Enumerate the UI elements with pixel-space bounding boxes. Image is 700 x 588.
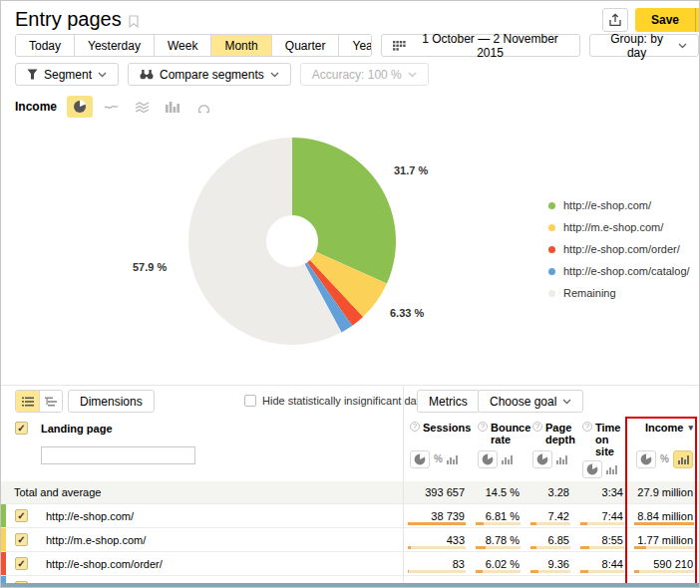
export-icon <box>608 13 622 27</box>
chart-type-group <box>67 96 216 118</box>
period-tab-quarter[interactable]: Quarter <box>271 35 339 56</box>
accuracy-button[interactable]: Accuracy: 100 % <box>300 63 429 86</box>
metric-label: Income <box>15 100 57 114</box>
period-tab-yesterday[interactable]: Yesterday <box>74 35 154 56</box>
help-icon[interactable]: ? <box>582 422 592 432</box>
cell-time-on-site: 7:44 <box>575 504 629 527</box>
cell-page-depth: 7.42 <box>525 504 575 527</box>
value-bar <box>634 522 694 525</box>
column-header-income: Income ▾ % <box>629 416 699 481</box>
hide-insignificant-control[interactable]: Hide statistically insignificant data ⚙ <box>244 394 444 408</box>
bookmark-icon[interactable] <box>129 12 139 28</box>
cell-income: 590 210 <box>629 552 699 575</box>
period-tab-today[interactable]: Today <box>16 35 74 56</box>
slice-label: 6.33 % <box>390 307 424 319</box>
display-bars-icon[interactable] <box>606 464 617 474</box>
legend-label: http://e-shop.com/catalog/ <box>563 265 690 277</box>
period-tab-week[interactable]: Week <box>154 35 210 56</box>
row-checkbox[interactable]: ✓ <box>15 557 28 570</box>
save-dropdown-button[interactable] <box>695 8 700 32</box>
display-pie-icon[interactable] <box>532 450 552 468</box>
dimensions-button[interactable]: Dimensions <box>68 390 155 413</box>
cell-page-depth: 9.36 <box>525 552 575 575</box>
sort-desc-icon: ▾ <box>688 422 693 447</box>
display-bars-icon[interactable] <box>447 454 458 464</box>
table-toolbar: Dimensions Hide statistically insignific… <box>1 386 700 416</box>
legend-item[interactable]: http://e-shop.com/order/ <box>548 240 690 258</box>
columns-chart-icon[interactable] <box>160 96 185 118</box>
export-button[interactable] <box>602 8 628 32</box>
page-title: Entry pages <box>15 8 139 31</box>
select-all-checkbox[interactable]: ✓ <box>15 422 28 435</box>
value-bar <box>634 546 694 549</box>
legend-item[interactable]: http://e-shop.com/ <box>548 196 690 214</box>
column-label[interactable]: Page depth <box>545 422 575 447</box>
value-bar <box>408 570 466 573</box>
display-pie-icon[interactable] <box>582 460 602 478</box>
table-row[interactable]: ✓ http://m.e-shop.com/ 4338.78 %6.858:55… <box>1 527 700 551</box>
landing-page-url[interactable]: http://e-shop.com/order/ <box>46 552 163 575</box>
value-bar <box>530 570 570 573</box>
filters-row: Segment Compare segments Accuracy: 100 % <box>15 63 429 86</box>
table-row[interactable]: ✓ http://e-shop.com/order/ 836.02 %9.368… <box>1 551 700 575</box>
period-row: TodayYesterdayWeekMonthQuarterYear 1 Oct… <box>15 34 699 57</box>
display-pie-icon[interactable] <box>636 450 656 468</box>
save-button[interactable]: Save <box>635 8 695 32</box>
row-checkbox[interactable]: ✓ <box>15 533 28 546</box>
display-pie-icon[interactable] <box>478 450 498 468</box>
cell-sessions: 433 <box>403 528 471 551</box>
legend-item[interactable]: http://e-shop.com/catalog/ <box>548 262 690 280</box>
flat-list-view-icon[interactable] <box>16 391 39 412</box>
dimensions-label: Dimensions <box>80 395 143 409</box>
landing-page-url[interactable]: http://m.e-shop.com/ <box>46 528 146 551</box>
line-chart-icon[interactable] <box>98 96 124 118</box>
period-tab-year[interactable]: Year <box>338 35 371 56</box>
legend-item[interactable]: Remaining <box>548 284 690 302</box>
legend-color-dot <box>548 290 555 297</box>
geo-pin-icon[interactable] <box>190 96 216 118</box>
help-icon[interactable]: ? <box>410 422 420 432</box>
metrics-button[interactable]: Metrics <box>417 390 480 413</box>
date-range-label: 1 October — 2 November 2015 <box>412 32 568 60</box>
display-bars-icon[interactable] <box>673 450 693 468</box>
hide-insignificant-checkbox[interactable] <box>244 395 256 407</box>
legend-item[interactable]: http://m.e-shop.com/ <box>548 218 690 236</box>
compare-segments-button[interactable]: Compare segments <box>128 63 291 86</box>
period-tab-month[interactable]: Month <box>210 35 270 56</box>
pie-chart-icon[interactable] <box>67 96 93 118</box>
value-bar <box>476 522 521 525</box>
choose-goal-button[interactable]: Choose goal <box>478 390 583 413</box>
dimension-header-cell: ✓ Landing page <box>1 416 403 469</box>
display-pie-icon[interactable] <box>410 450 430 468</box>
total-time-on-site: 3:34 <box>575 481 629 503</box>
column-header-time-on-site: ? Time on site <box>575 416 629 481</box>
segment-button[interactable]: Segment <box>15 63 119 86</box>
table-row[interactable]: ✓ http://e-shop.com/ 38 7396.81 %7.427:4… <box>1 503 700 527</box>
stacked-chart-icon[interactable] <box>129 96 155 118</box>
dimension-filter-input[interactable] <box>41 446 195 464</box>
donut-chart-svg[interactable] <box>180 129 404 354</box>
display-percent-icon[interactable]: % <box>434 453 443 465</box>
help-icon[interactable]: ? <box>532 422 542 432</box>
cell-sessions: 83 <box>403 552 471 575</box>
slice-label: 31.7 % <box>394 164 428 176</box>
display-percent-icon[interactable]: % <box>660 453 669 465</box>
column-label[interactable]: Sessions <box>423 422 471 447</box>
row-color-stripe <box>1 528 6 551</box>
donut-slice[interactable] <box>292 138 396 283</box>
save-split-button: Save <box>635 8 700 32</box>
legend-color-dot <box>548 202 555 209</box>
tree-view-icon[interactable] <box>39 391 62 412</box>
help-icon[interactable]: ? <box>478 422 488 432</box>
display-bars-icon[interactable] <box>502 454 513 464</box>
landing-page-url[interactable]: http://e-shop.com/ <box>46 504 134 527</box>
total-bounce-rate: 14.5 % <box>471 481 525 503</box>
group-by-button[interactable]: Group: by day <box>589 34 699 57</box>
column-label[interactable]: Time on site <box>595 422 629 457</box>
date-range-button[interactable]: 1 October — 2 November 2015 <box>381 34 580 57</box>
row-checkbox[interactable]: ✓ <box>15 509 28 522</box>
metric-selector-row: Income <box>15 96 216 118</box>
display-bars-icon[interactable] <box>556 454 567 464</box>
cell-bounce-rate: 8.78 % <box>471 528 525 551</box>
column-label[interactable]: Income <box>645 422 684 447</box>
